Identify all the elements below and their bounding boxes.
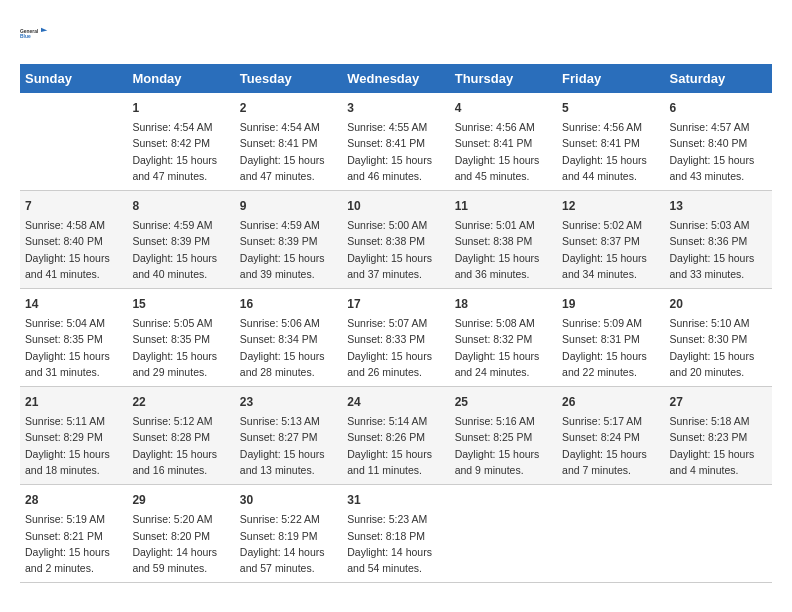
day-number: 21 (25, 393, 122, 411)
cell-content: Sunrise: 4:59 AM Sunset: 8:39 PM Dayligh… (240, 217, 337, 282)
cell-content: Sunrise: 5:01 AM Sunset: 8:38 PM Dayligh… (455, 217, 552, 282)
calendar-cell: 2Sunrise: 4:54 AM Sunset: 8:41 PM Daylig… (235, 93, 342, 191)
cell-content: Sunrise: 5:11 AM Sunset: 8:29 PM Dayligh… (25, 413, 122, 478)
calendar-cell: 9Sunrise: 4:59 AM Sunset: 8:39 PM Daylig… (235, 191, 342, 289)
day-number: 13 (670, 197, 767, 215)
calendar-cell: 10Sunrise: 5:00 AM Sunset: 8:38 PM Dayli… (342, 191, 449, 289)
day-number: 10 (347, 197, 444, 215)
cell-content: Sunrise: 5:04 AM Sunset: 8:35 PM Dayligh… (25, 315, 122, 380)
cell-content: Sunrise: 4:58 AM Sunset: 8:40 PM Dayligh… (25, 217, 122, 282)
calendar-cell: 26Sunrise: 5:17 AM Sunset: 8:24 PM Dayli… (557, 387, 664, 485)
cell-content: Sunrise: 5:00 AM Sunset: 8:38 PM Dayligh… (347, 217, 444, 282)
calendar-cell: 6Sunrise: 4:57 AM Sunset: 8:40 PM Daylig… (665, 93, 772, 191)
calendar-cell: 20Sunrise: 5:10 AM Sunset: 8:30 PM Dayli… (665, 289, 772, 387)
calendar-cell: 7Sunrise: 4:58 AM Sunset: 8:40 PM Daylig… (20, 191, 127, 289)
calendar-week-row: 7Sunrise: 4:58 AM Sunset: 8:40 PM Daylig… (20, 191, 772, 289)
page-header: GeneralBlue (20, 20, 772, 48)
cell-content: Sunrise: 4:56 AM Sunset: 8:41 PM Dayligh… (455, 119, 552, 184)
calendar-cell: 17Sunrise: 5:07 AM Sunset: 8:33 PM Dayli… (342, 289, 449, 387)
calendar-cell: 24Sunrise: 5:14 AM Sunset: 8:26 PM Dayli… (342, 387, 449, 485)
cell-content: Sunrise: 4:54 AM Sunset: 8:42 PM Dayligh… (132, 119, 229, 184)
calendar-cell: 8Sunrise: 4:59 AM Sunset: 8:39 PM Daylig… (127, 191, 234, 289)
day-number: 24 (347, 393, 444, 411)
day-number: 18 (455, 295, 552, 313)
cell-content: Sunrise: 5:08 AM Sunset: 8:32 PM Dayligh… (455, 315, 552, 380)
cell-content: Sunrise: 5:09 AM Sunset: 8:31 PM Dayligh… (562, 315, 659, 380)
calendar-cell: 3Sunrise: 4:55 AM Sunset: 8:41 PM Daylig… (342, 93, 449, 191)
cell-content: Sunrise: 5:14 AM Sunset: 8:26 PM Dayligh… (347, 413, 444, 478)
calendar-cell: 19Sunrise: 5:09 AM Sunset: 8:31 PM Dayli… (557, 289, 664, 387)
day-number: 30 (240, 491, 337, 509)
day-number: 6 (670, 99, 767, 117)
cell-content: Sunrise: 5:12 AM Sunset: 8:28 PM Dayligh… (132, 413, 229, 478)
calendar-cell: 1Sunrise: 4:54 AM Sunset: 8:42 PM Daylig… (127, 93, 234, 191)
calendar-body: 1Sunrise: 4:54 AM Sunset: 8:42 PM Daylig… (20, 93, 772, 583)
cell-content: Sunrise: 5:17 AM Sunset: 8:24 PM Dayligh… (562, 413, 659, 478)
day-number: 17 (347, 295, 444, 313)
header-day: Wednesday (342, 64, 449, 93)
cell-content: Sunrise: 5:03 AM Sunset: 8:36 PM Dayligh… (670, 217, 767, 282)
calendar-week-row: 21Sunrise: 5:11 AM Sunset: 8:29 PM Dayli… (20, 387, 772, 485)
cell-content: Sunrise: 4:55 AM Sunset: 8:41 PM Dayligh… (347, 119, 444, 184)
day-number: 8 (132, 197, 229, 215)
calendar-cell (665, 485, 772, 583)
header-day: Tuesday (235, 64, 342, 93)
svg-text:Blue: Blue (20, 34, 31, 39)
cell-content: Sunrise: 5:22 AM Sunset: 8:19 PM Dayligh… (240, 511, 337, 576)
day-number: 19 (562, 295, 659, 313)
calendar-cell (450, 485, 557, 583)
calendar-cell: 25Sunrise: 5:16 AM Sunset: 8:25 PM Dayli… (450, 387, 557, 485)
cell-content: Sunrise: 5:19 AM Sunset: 8:21 PM Dayligh… (25, 511, 122, 576)
calendar-cell: 28Sunrise: 5:19 AM Sunset: 8:21 PM Dayli… (20, 485, 127, 583)
calendar-cell: 29Sunrise: 5:20 AM Sunset: 8:20 PM Dayli… (127, 485, 234, 583)
calendar-table: SundayMondayTuesdayWednesdayThursdayFrid… (20, 64, 772, 583)
day-number: 23 (240, 393, 337, 411)
cell-content: Sunrise: 4:54 AM Sunset: 8:41 PM Dayligh… (240, 119, 337, 184)
calendar-week-row: 28Sunrise: 5:19 AM Sunset: 8:21 PM Dayli… (20, 485, 772, 583)
day-number: 22 (132, 393, 229, 411)
cell-content: Sunrise: 4:59 AM Sunset: 8:39 PM Dayligh… (132, 217, 229, 282)
calendar-cell: 15Sunrise: 5:05 AM Sunset: 8:35 PM Dayli… (127, 289, 234, 387)
day-number: 12 (562, 197, 659, 215)
calendar-week-row: 1Sunrise: 4:54 AM Sunset: 8:42 PM Daylig… (20, 93, 772, 191)
day-number: 5 (562, 99, 659, 117)
calendar-cell: 21Sunrise: 5:11 AM Sunset: 8:29 PM Dayli… (20, 387, 127, 485)
logo: GeneralBlue (20, 20, 48, 48)
cell-content: Sunrise: 5:23 AM Sunset: 8:18 PM Dayligh… (347, 511, 444, 576)
day-number: 14 (25, 295, 122, 313)
calendar-cell: 4Sunrise: 4:56 AM Sunset: 8:41 PM Daylig… (450, 93, 557, 191)
calendar-cell (557, 485, 664, 583)
day-number: 27 (670, 393, 767, 411)
calendar-cell: 22Sunrise: 5:12 AM Sunset: 8:28 PM Dayli… (127, 387, 234, 485)
calendar-cell (20, 93, 127, 191)
day-number: 25 (455, 393, 552, 411)
calendar-cell: 31Sunrise: 5:23 AM Sunset: 8:18 PM Dayli… (342, 485, 449, 583)
header-day: Friday (557, 64, 664, 93)
day-number: 26 (562, 393, 659, 411)
cell-content: Sunrise: 5:07 AM Sunset: 8:33 PM Dayligh… (347, 315, 444, 380)
calendar-cell: 23Sunrise: 5:13 AM Sunset: 8:27 PM Dayli… (235, 387, 342, 485)
cell-content: Sunrise: 5:16 AM Sunset: 8:25 PM Dayligh… (455, 413, 552, 478)
cell-content: Sunrise: 5:05 AM Sunset: 8:35 PM Dayligh… (132, 315, 229, 380)
calendar-cell: 13Sunrise: 5:03 AM Sunset: 8:36 PM Dayli… (665, 191, 772, 289)
day-number: 2 (240, 99, 337, 117)
day-number: 4 (455, 99, 552, 117)
day-number: 20 (670, 295, 767, 313)
day-number: 9 (240, 197, 337, 215)
calendar-cell: 5Sunrise: 4:56 AM Sunset: 8:41 PM Daylig… (557, 93, 664, 191)
header-day: Sunday (20, 64, 127, 93)
logo-icon: GeneralBlue (20, 20, 48, 48)
day-number: 1 (132, 99, 229, 117)
calendar-week-row: 14Sunrise: 5:04 AM Sunset: 8:35 PM Dayli… (20, 289, 772, 387)
cell-content: Sunrise: 5:06 AM Sunset: 8:34 PM Dayligh… (240, 315, 337, 380)
cell-content: Sunrise: 5:13 AM Sunset: 8:27 PM Dayligh… (240, 413, 337, 478)
day-number: 29 (132, 491, 229, 509)
day-number: 7 (25, 197, 122, 215)
day-number: 16 (240, 295, 337, 313)
cell-content: Sunrise: 5:10 AM Sunset: 8:30 PM Dayligh… (670, 315, 767, 380)
calendar-cell: 11Sunrise: 5:01 AM Sunset: 8:38 PM Dayli… (450, 191, 557, 289)
svg-text:General: General (20, 29, 39, 34)
day-number: 28 (25, 491, 122, 509)
calendar-cell: 30Sunrise: 5:22 AM Sunset: 8:19 PM Dayli… (235, 485, 342, 583)
cell-content: Sunrise: 5:02 AM Sunset: 8:37 PM Dayligh… (562, 217, 659, 282)
